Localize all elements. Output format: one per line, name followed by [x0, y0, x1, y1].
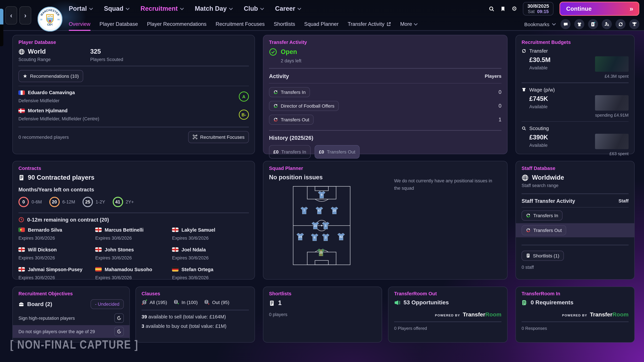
- transfers-in-button[interactable]: Transfers In: [269, 87, 310, 97]
- recommended-player-row[interactable]: Eduardo Camavinga Defensive Midfielder A: [18, 90, 249, 103]
- sidebar-peek[interactable]: [0, 9, 3, 46]
- budget-value: £745K: [529, 95, 548, 102]
- club-crest-manchester-city[interactable]: MANCHESTER CITY 18 94: [38, 7, 62, 31]
- continue-button[interactable]: Continue »: [560, 2, 639, 16]
- history-icon[interactable]: [114, 327, 124, 336]
- budget-spark-chart: [595, 95, 628, 110]
- tab-player-recommendations[interactable]: Player Recommendations: [147, 21, 206, 27]
- staff-transfers-in-button[interactable]: Transfers In: [522, 211, 562, 221]
- sync-icon[interactable]: [616, 19, 626, 29]
- globe-icon: [522, 174, 528, 181]
- bookmarks-dropdown[interactable]: Bookmarks: [524, 21, 555, 27]
- contracts-panel[interactable]: Contracts 90 Contracted players Months/Y…: [12, 161, 255, 280]
- budget-caption: £63 spent: [595, 151, 628, 156]
- coins-in-icon: [174, 299, 179, 305]
- squad-planner-panel[interactable]: Squad Planner No position issues We do n…: [263, 161, 508, 280]
- player-shirt-24[interactable]: 24: [296, 232, 305, 241]
- chat-icon[interactable]: [560, 19, 570, 29]
- contract-player[interactable]: Mahamadou SusohoExpires 30/6/2026: [95, 267, 172, 280]
- contract-player[interactable]: Stefan OrtegaExpires 30/6/2026: [172, 267, 249, 280]
- player-shirt-9[interactable]: 9: [317, 190, 326, 199]
- dof-offers-button[interactable]: Director of Football Offers: [269, 101, 339, 111]
- contract-player[interactable]: Marcus BettinelliExpires 30/6/2026: [95, 227, 172, 241]
- requirements-doc-icon: [522, 300, 527, 306]
- contract-player[interactable]: Will DicksonExpires 30/6/2026: [18, 247, 95, 260]
- opportunities-headline: 53 Opportunities: [404, 299, 449, 306]
- history-transfers-in-button[interactable]: £0 Transfers In: [269, 145, 310, 158]
- staff-shortlists-button[interactable]: Shortlists (1): [522, 251, 564, 261]
- flag-icon: [172, 267, 178, 272]
- nav-match-day[interactable]: Match Day: [195, 5, 232, 12]
- nav-portal[interactable]: Portal: [69, 5, 92, 12]
- player-shirt-6[interactable]: 6: [310, 233, 319, 242]
- shortlists-panel[interactable]: Shortlists 1 0 players: [263, 287, 382, 343]
- recruitment-budgets-panel[interactable]: Recruitment Budgets Transfer £30.5M Avai…: [516, 35, 634, 154]
- main-nav: Portal Squad Recruitment Match Day Club …: [69, 0, 300, 17]
- chevron-down-icon: [414, 22, 418, 26]
- player-shirt-7[interactable]: 7: [300, 206, 309, 215]
- recommendations-button[interactable]: ★ Recommendations (10): [18, 70, 83, 82]
- recruitment-focuses-button[interactable]: Recruitment Focuses: [188, 131, 249, 143]
- player-database-panel[interactable]: Player Database World Scouting Range 325…: [12, 35, 255, 154]
- transferroom-in-panel[interactable]: TransferRoom In 0 Requirements POWERED B…: [516, 287, 634, 343]
- external-link-icon: [386, 22, 391, 26]
- contract-player[interactable]: Bernardo SilvaExpires 30/6/2026: [18, 227, 95, 241]
- clauses-tab-in[interactable]: In (100): [174, 299, 198, 305]
- responses-count: 0 Responses: [522, 326, 628, 331]
- player-shirt-16[interactable]: 16: [311, 221, 320, 230]
- jersey-icon[interactable]: [574, 19, 584, 29]
- player-shirt-20[interactable]: 20: [330, 206, 339, 215]
- transfers-out-button[interactable]: Transfers Out: [269, 115, 314, 125]
- header-actions: ⚙ 30/8/2025 Sat 09:15 Continue »: [489, 0, 639, 17]
- staff-transfers-out-row[interactable]: Transfers Out: [516, 223, 634, 237]
- tab-player-database[interactable]: Player Database: [100, 21, 138, 27]
- contract-player[interactable]: Joel NdalaExpires 30/6/2026: [172, 247, 249, 260]
- tab-shortlists[interactable]: Shortlists: [274, 21, 295, 27]
- clauses-tab-all[interactable]: All (195): [142, 299, 167, 305]
- tab-recruitment-focuses[interactable]: Recruitment Focuses: [216, 21, 265, 27]
- nav-squad[interactable]: Squad: [104, 5, 128, 12]
- clauses-sell-line: 39 available to sell (total value: £164M…: [142, 314, 249, 319]
- nav-club[interactable]: Club: [244, 5, 263, 12]
- expiring-contracts-grid: Bernardo SilvaExpires 30/6/2026 Marcus B…: [18, 227, 249, 280]
- trophy-icon[interactable]: [629, 19, 639, 29]
- chevron-down-icon: [552, 22, 556, 26]
- objective-row[interactable]: Do not sign players over the age of 29: [13, 325, 130, 338]
- tab-more[interactable]: More: [400, 21, 417, 27]
- contract-player[interactable]: Lakyle SamuelExpires 30/6/2026: [172, 227, 249, 241]
- scouting-range-value: World: [28, 48, 46, 55]
- player-shirt-47[interactable]: 47: [315, 206, 324, 215]
- recruitment-objectives-panel[interactable]: Recruitment Objectives Board (2) - Undec…: [12, 287, 130, 343]
- staff-database-panel[interactable]: Staff Database Worldwide Staff search ra…: [516, 161, 634, 280]
- objectives-status-badge[interactable]: - Undecided: [90, 299, 124, 309]
- objective-row[interactable]: Sign high-reputation players: [18, 313, 124, 323]
- player-shirt-5[interactable]: 5: [321, 221, 330, 230]
- forward-button[interactable]: ›: [20, 6, 31, 24]
- player-shirt-82[interactable]: 82: [337, 232, 346, 241]
- contract-player[interactable]: John StonesExpires 30/6/2026: [95, 247, 172, 260]
- tab-overview[interactable]: Overview: [69, 21, 90, 27]
- contract-player[interactable]: Jahmai Simpson-PuseyExpires 30/6/2026: [18, 267, 95, 280]
- gear-icon[interactable]: ⚙: [512, 5, 517, 12]
- staff-transfers-out-button[interactable]: Transfers Out: [522, 225, 566, 235]
- scout-search-icon[interactable]: [602, 19, 612, 29]
- chevron-down-icon: [298, 6, 301, 10]
- transferroom-out-panel[interactable]: TransferRoom Out 53 Opportunities POWERE…: [388, 287, 508, 343]
- transfer-card-icon[interactable]: ★: [588, 19, 598, 29]
- gk-shirt-25[interactable]: 25: [317, 248, 326, 257]
- clauses-tab-out[interactable]: Out (95): [204, 299, 230, 305]
- player-shirt-3[interactable]: 3: [321, 233, 330, 242]
- nav-career[interactable]: Career: [275, 5, 300, 12]
- nav-recruitment[interactable]: Recruitment: [140, 5, 183, 12]
- bookmark-icon[interactable]: [500, 6, 506, 11]
- recommended-player-row[interactable]: Morten Hjulmand Defensive Midfielder, Mi…: [18, 108, 249, 121]
- tab-transfer-activity[interactable]: Transfer Activity: [348, 21, 391, 27]
- transfer-activity-panel[interactable]: Transfer Activity Open 2 days left Activ…: [263, 35, 508, 154]
- search-icon[interactable]: [489, 6, 494, 11]
- history-transfers-out-button[interactable]: £0 Transfers Out: [314, 145, 360, 158]
- clauses-panel[interactable]: Clauses All (195) In (100) Out (95) 39 a…: [136, 287, 255, 343]
- game-date[interactable]: 30/8/2025 Sat 09:15: [523, 2, 554, 15]
- back-button[interactable]: ‹: [5, 6, 17, 24]
- history-icon[interactable]: [114, 313, 124, 323]
- tab-squad-planner[interactable]: Squad Planner: [304, 21, 338, 27]
